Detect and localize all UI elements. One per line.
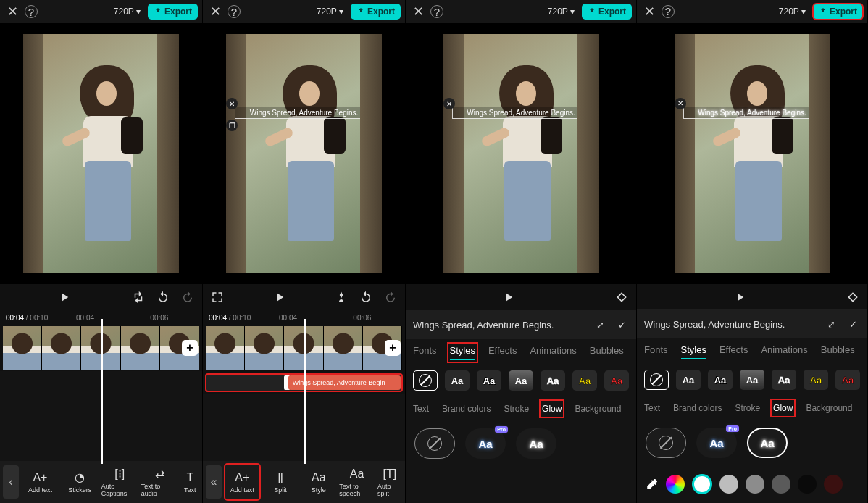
glow-none[interactable] — [414, 428, 455, 459]
color-swatch[interactable] — [798, 475, 817, 494]
redo-icon[interactable] — [180, 290, 195, 304]
style-button[interactable]: AaStyle — [301, 464, 336, 500]
split-button[interactable]: ][Split — [263, 464, 299, 500]
add-clip-button[interactable]: + — [385, 340, 401, 356]
subtab-glow[interactable]: Glow — [773, 402, 793, 415]
subtab-stroke[interactable]: Stroke — [504, 402, 529, 415]
text-button[interactable]: TText — [181, 464, 199, 500]
clip-thumb[interactable] — [245, 326, 284, 370]
style-preset[interactable]: Aa — [445, 370, 470, 391]
color-swatch[interactable] — [719, 475, 738, 494]
color-swatch[interactable] — [824, 475, 843, 494]
glow-option[interactable]: Aa — [516, 428, 556, 459]
video-preview[interactable] — [0, 23, 202, 284]
fullscreen-icon[interactable] — [210, 290, 225, 304]
color-swatch[interactable] — [746, 475, 764, 494]
text-overlay[interactable]: Wings Spread, Adventure Begins. — [452, 107, 591, 119]
tab-styles[interactable]: Styles — [450, 345, 475, 360]
color-swatch-wheel[interactable] — [666, 475, 685, 494]
subtab-brand[interactable]: Brand colors — [673, 402, 722, 415]
play-icon[interactable] — [733, 290, 747, 304]
resolution-dropdown[interactable]: 720P ▾ — [776, 5, 809, 18]
color-swatch-white[interactable] — [692, 474, 712, 494]
expand-icon[interactable]: ⤢ — [593, 317, 607, 332]
video-preview[interactable]: Wings Spread, Adventure Begins. ✕ — [637, 23, 867, 284]
close-icon[interactable]: ✕ — [4, 4, 20, 20]
overlay-delete-icon[interactable]: ✕ — [226, 98, 238, 109]
subtab-background[interactable]: Background — [806, 402, 852, 415]
tab-animations[interactable]: Animations — [761, 344, 807, 359]
text-overlay[interactable]: Wings Spread, Adventure Begins. — [235, 107, 373, 119]
tab-effects[interactable]: Effects — [488, 345, 517, 360]
glow-none[interactable] — [646, 428, 686, 458]
redo-icon[interactable] — [383, 290, 398, 304]
resolution-dropdown[interactable]: 720P ▾ — [545, 5, 577, 18]
export-button[interactable]: Export — [582, 4, 632, 20]
style-preset[interactable]: Aa — [509, 370, 533, 391]
style-preset[interactable]: Aa — [708, 370, 733, 390]
playhead[interactable] — [101, 319, 103, 464]
clip-thumb[interactable] — [206, 326, 245, 370]
add-clip-button[interactable]: + — [182, 340, 198, 356]
add-text-button[interactable]: A+Add text — [225, 464, 260, 500]
video-preview[interactable]: Wings Spread, Adventure Begins. ✕ ❐ ✎ — [203, 23, 405, 284]
style-preset[interactable]: Aa — [740, 370, 764, 390]
undo-icon[interactable] — [156, 290, 170, 304]
back-icon[interactable]: « — [206, 465, 222, 499]
subtab-glow[interactable]: Glow — [542, 402, 562, 415]
subtab-text[interactable]: Text — [644, 402, 660, 415]
clip-thumb[interactable] — [121, 326, 160, 370]
close-icon[interactable]: ✕ — [641, 4, 657, 20]
expand-icon[interactable]: ⤢ — [824, 317, 838, 331]
style-preset[interactable]: Aa — [835, 370, 860, 390]
text-input[interactable]: Wings Spread, Adventure Begins. — [644, 319, 817, 330]
play-icon[interactable] — [501, 290, 516, 304]
text-overlay[interactable]: Wings Spread, Adventure Begins. — [683, 107, 822, 119]
auto-captions-button[interactable]: [⁝]Auto Captions — [101, 464, 138, 500]
color-swatch[interactable] — [772, 475, 790, 494]
style-preset[interactable]: Aa — [572, 370, 597, 391]
confirm-icon[interactable]: ✓ — [614, 317, 629, 332]
subtab-text[interactable]: Text — [413, 402, 429, 415]
style-preset[interactable]: Aa — [604, 370, 629, 391]
tab-effects[interactable]: Effects — [719, 344, 748, 359]
style-none[interactable] — [644, 370, 669, 390]
tab-animations[interactable]: Animations — [530, 345, 576, 360]
help-icon[interactable]: ? — [25, 5, 38, 18]
overlay-delete-icon[interactable]: ✕ — [675, 98, 686, 109]
style-preset[interactable]: Aa — [541, 370, 565, 391]
resolution-dropdown[interactable]: 720P ▾ — [314, 5, 346, 18]
tab-bubbles[interactable]: Bubbles — [590, 345, 624, 360]
confirm-icon[interactable]: ✓ — [846, 317, 860, 331]
play-icon[interactable] — [57, 290, 72, 304]
stickers-button[interactable]: ◔Stickers — [62, 464, 99, 500]
tab-styles[interactable]: Styles — [681, 344, 706, 359]
help-icon[interactable]: ? — [662, 5, 675, 18]
style-preset[interactable]: Aa — [804, 370, 828, 390]
help-icon[interactable]: ? — [430, 5, 443, 18]
text-to-speech-button[interactable]: AaText to speech — [339, 464, 375, 500]
keyframe-icon[interactable] — [846, 290, 860, 304]
undo-icon[interactable] — [359, 290, 373, 304]
export-button[interactable]: Export — [351, 4, 401, 20]
glow-option-pro[interactable]: AaPro — [696, 428, 737, 458]
close-icon[interactable]: ✕ — [207, 4, 223, 20]
style-preset[interactable]: Aa — [477, 370, 501, 391]
back-icon[interactable]: ‹ — [3, 465, 19, 499]
subtab-background[interactable]: Background — [575, 402, 621, 415]
export-button[interactable]: Export — [813, 4, 863, 20]
play-icon[interactable] — [272, 290, 287, 304]
paint-icon[interactable] — [334, 290, 349, 304]
overlay-delete-icon[interactable]: ✕ — [443, 98, 455, 109]
playhead[interactable] — [304, 319, 306, 464]
export-button[interactable]: Export — [148, 4, 198, 20]
text-to-audio-button[interactable]: ⇄Text to audio — [141, 464, 178, 500]
overlay-copy-icon[interactable]: ❐ — [226, 120, 238, 131]
resolution-dropdown[interactable]: 720P ▾ — [111, 5, 143, 18]
eyedropper-icon[interactable] — [646, 478, 659, 491]
video-preview[interactable]: Wings Spread, Adventure Begins. ✕ — [406, 23, 636, 284]
glow-option[interactable]: Aa — [747, 428, 788, 458]
tab-bubbles[interactable]: Bubbles — [821, 344, 855, 359]
tab-fonts[interactable]: Fonts — [644, 344, 668, 359]
loop-icon[interactable] — [131, 290, 146, 304]
